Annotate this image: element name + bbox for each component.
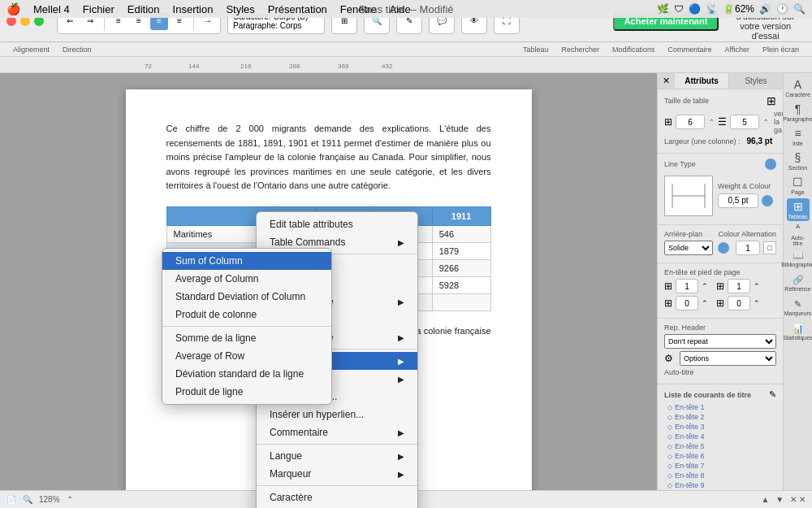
sub-prod-col[interactable]: Produit de colonne — [162, 306, 331, 323]
col-width-label: Largeur (une colonne) : — [664, 137, 741, 145]
right-panel: ✕ Attributs Styles Taille de table ⊞ ⊞ ⌃… — [657, 73, 783, 490]
page-icon-btn[interactable]: ☐ Page — [787, 174, 810, 197]
alt-input[interactable] — [736, 241, 760, 255]
header-h2[interactable] — [728, 279, 750, 293]
app-window: ⇐ ⇒ ≡ ≡ ≡ ≡ → Caractère: Corps (B) Parag… — [0, 0, 812, 508]
header-h1[interactable] — [676, 279, 698, 293]
header-stepper[interactable]: ⌃ — [702, 282, 708, 290]
statistiques-icon-btn[interactable]: 📊 Statistiques — [787, 320, 810, 343]
list-title-label: Liste de courants de titre — [664, 391, 751, 399]
header-footer-section: En-tête et pied de page ⊞ ⌃ ⊞ ⌃ ⊞ ⌃ — [658, 263, 783, 319]
rows-stepper[interactable]: ⌃ — [762, 118, 769, 127]
tree-list: ◇ En-tête 1 ◇ En-tête 2 ◇ En-tête 3 ◇ En… — [664, 402, 776, 490]
apple-menu[interactable]: 🍎 — [6, 2, 20, 15]
line-preview — [664, 176, 713, 216]
auto-titre-icon-btn[interactable]: ᴬ Auto-titre — [787, 223, 810, 245]
sub-avg-row[interactable]: Average of Row — [162, 347, 331, 365]
ctx-edit-table[interactable]: Edit table attributes — [257, 215, 417, 233]
menu-edition[interactable]: Edition — [121, 2, 166, 17]
sub-avg-col[interactable]: Average of Column — [162, 270, 331, 288]
stats-icon: 📊 — [793, 323, 804, 334]
colour-alt-label: Colour Alternation — [718, 230, 776, 238]
sub-std-row[interactable]: Déviation standard de la ligne — [162, 365, 331, 383]
options-select[interactable]: Options — [680, 351, 776, 366]
header-grid-icon: ⊞ — [664, 280, 672, 292]
nav-down-btn[interactable]: ▼ — [775, 495, 784, 504]
footer-stepper[interactable]: ⌃ — [702, 299, 708, 307]
doc-paragraph-1: Ce chiffre de 2 000 migrants demande des… — [166, 122, 491, 193]
alignment-label: Alignement — [6, 46, 56, 54]
header-footer-label: En-tête et pied de page — [664, 268, 741, 276]
tree-item-5[interactable]: ◇ En-tête 5 — [664, 441, 776, 451]
tree-item-3[interactable]: ◇ En-tête 3 — [664, 422, 776, 432]
bg-colour — [718, 242, 729, 254]
rows-icon: ☰ — [718, 116, 727, 128]
footer-f1[interactable] — [676, 296, 698, 310]
header-stepper2[interactable]: ⌃ — [754, 282, 760, 290]
edit-icon[interactable]: ✎ — [769, 389, 776, 400]
table-size-section: Taille de table ⊞ ⊞ ⌃ ☰ ⌃ vers la ga Lar… — [658, 89, 783, 154]
markers-icon: ✎ — [794, 299, 801, 310]
ctx-inserer-hyperlien[interactable]: Insérer un hyperlien... — [257, 406, 417, 423]
menu-insertion[interactable]: Insertion — [166, 2, 220, 17]
cols-stepper[interactable]: ⌃ — [708, 118, 715, 127]
tree-item-8[interactable]: ◇ En-tête 8 — [664, 471, 776, 480]
footer-stepper2[interactable]: ⌃ — [754, 299, 760, 307]
ctx-langue[interactable]: Langue ▶ — [257, 447, 417, 465]
zoom-stepper[interactable]: ⌃ — [67, 495, 73, 504]
ctx-caractere[interactable]: Caractère — [257, 488, 417, 490]
tableau-label: Tableau — [516, 46, 555, 54]
tree-item-1[interactable]: ◇ En-tête 1 — [664, 402, 776, 412]
menu-fichier[interactable]: Fichier — [76, 2, 121, 17]
section-icon-btn[interactable]: § Section — [787, 150, 810, 172]
menu-mellel[interactable]: Mellel 4 — [27, 2, 76, 17]
tab-styles[interactable]: Styles — [729, 73, 783, 89]
paragraphe-icon-btn[interactable]: ¶ Paragraphe — [787, 101, 810, 124]
bg-select[interactable]: Solide — [664, 241, 713, 255]
tree-item-9[interactable]: ◇ En-tête 9 — [664, 480, 776, 490]
weight-input[interactable] — [718, 193, 758, 208]
bibliographie-icon-btn[interactable]: 📖 Bibliographie — [787, 247, 810, 270]
rows-input[interactable] — [730, 115, 759, 129]
caractere-icon-btn[interactable]: A Caractère — [787, 76, 810, 99]
document-area[interactable]: Ce chiffre de 2 000 migrants demande des… — [0, 73, 657, 490]
tab-attributs[interactable]: Attributs — [675, 73, 729, 89]
rechercher-label: Rechercher — [555, 46, 607, 54]
nav-icons: ✕ ✕ — [790, 495, 806, 504]
line-preview-svg — [668, 180, 709, 212]
tree-item-2[interactable]: ◇ En-tête 2 — [664, 412, 776, 422]
sub-std-col[interactable]: Standard Deviation of Column — [162, 288, 331, 306]
sub-sum-row[interactable]: Somme de la ligne — [162, 329, 331, 347]
menu-styles[interactable]: Styles — [219, 2, 261, 17]
nav-up-btn[interactable]: ▲ — [761, 495, 769, 504]
reference-icon-btn[interactable]: 🔗 Référence — [787, 271, 810, 294]
submenu[interactable]: Sum of Column Average of Column Standard… — [162, 248, 332, 405]
tree-item-4[interactable]: ◇ En-tête 4 — [664, 432, 776, 441]
table-cell — [432, 293, 490, 310]
auto-titre-icon: ᴬ — [796, 223, 800, 234]
tree-item-7[interactable]: ◇ En-tête 7 — [664, 461, 776, 471]
table-cell: Maritimes — [166, 225, 257, 242]
tableau-icon-btn[interactable]: ⊞ Tableau — [787, 198, 810, 221]
rep-header-select[interactable]: Don't repeat — [664, 334, 776, 349]
tree-item-6[interactable]: ◇ En-tête 6 — [664, 451, 776, 461]
panel-close-btn[interactable]: ✕ — [658, 76, 675, 86]
line-type-section: Line Type Weig — [658, 154, 783, 225]
cols-input[interactable] — [676, 115, 705, 129]
afficher-label: Afficher — [719, 46, 756, 54]
sub-prod-row[interactable]: Produit de ligne — [162, 383, 331, 401]
ctx-commentaire[interactable]: Commentaire ▶ — [257, 423, 417, 441]
menu-presentation[interactable]: Présentation — [261, 2, 334, 17]
liste-icon-btn[interactable]: ≡ liste — [787, 125, 810, 148]
ctx-marqueur[interactable]: Marqueur ▶ — [257, 465, 417, 483]
marqueurs-icon-btn[interactable]: ✎ Marqueurs — [787, 296, 810, 319]
zoom-value: 128% — [39, 495, 60, 504]
grid-icon[interactable]: ⊞ — [767, 94, 776, 107]
reference-icon: 🔗 — [793, 275, 804, 285]
modifications-label: Modifications — [606, 46, 662, 54]
settings-icon[interactable]: ⚙ — [664, 353, 673, 364]
sub-sum-col[interactable]: Sum of Column — [162, 252, 331, 270]
footer-f2[interactable] — [728, 296, 750, 310]
header-grid-icon2: ⊞ — [716, 280, 724, 292]
line-type-indicator — [765, 158, 776, 170]
